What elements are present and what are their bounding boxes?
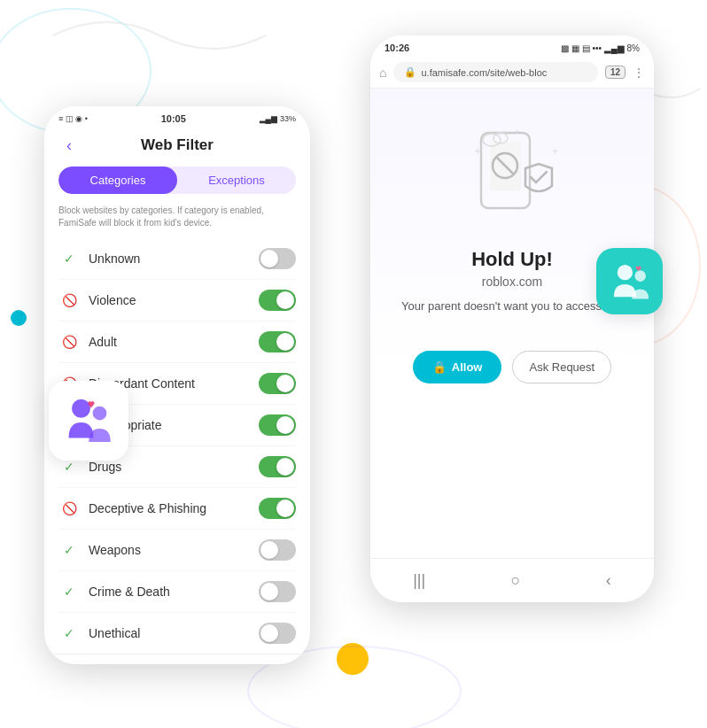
right-bottom-nav: ||| ○ ‹ (370, 558, 654, 602)
icon-adult: 🚫 (58, 331, 80, 352)
toggle-discordant[interactable] (259, 373, 296, 394)
toggle-knob-discordant (276, 375, 294, 392)
icon-violence: 🚫 (58, 290, 80, 311)
toggle-adult[interactable] (259, 331, 296, 352)
svg-point-12 (72, 399, 90, 418)
toggle-weapons[interactable] (259, 539, 296, 561)
label-unknown: Unknown (89, 252, 259, 266)
label-violence: Violence (89, 293, 259, 307)
filter-item-phishing: 🚫 Deceptive & Phishing (58, 488, 296, 530)
left-status-left-icons: ≡ ◫ ◉ • (58, 114, 88, 123)
avatar-card-right (596, 248, 663, 314)
toggle-knob-unknown (260, 250, 278, 267)
left-status-icons: ≡ ◫ ◉ • (58, 114, 88, 123)
browser-menu-btn[interactable]: ⋮ (633, 66, 645, 80)
filter-item-adult: 🚫 Adult (58, 321, 296, 363)
toggle-unknown[interactable] (259, 248, 296, 269)
toggle-crime[interactable] (259, 581, 296, 602)
filter-item-weapons: ✓ Weapons (58, 530, 296, 571)
toggle-knob-adult (276, 333, 294, 351)
toggle-knob-phishing (276, 500, 294, 517)
ask-request-button[interactable]: Ask Request (512, 351, 611, 383)
left-signal: ▂▄▆ (260, 114, 277, 123)
left-status-right-icons: ▂▄▆ 33% (260, 114, 296, 123)
avatar-right-svg (607, 259, 656, 307)
filter-item-violence: 🚫 Violence (58, 280, 296, 321)
toggle-phishing[interactable] (259, 498, 296, 519)
url-text: u.famisafe.com/site/web-bloc (421, 67, 547, 78)
left-battery: 33% (280, 114, 296, 123)
lock-icon: 🔒 (404, 66, 416, 78)
right-status-left: ▩ ▦ ▤ ••• (561, 43, 602, 53)
filter-item-unknown: ✓ Unknown (58, 238, 296, 280)
block-illustration: + + + (454, 115, 570, 230)
right-status-bar: 10:26 ▩ ▦ ▤ ••• ▂▄▆ 8% (370, 35, 654, 57)
svg-point-14 (618, 265, 633, 280)
icon-phishing: 🚫 (58, 498, 80, 519)
icon-unknown: ✓ (58, 248, 80, 269)
toggle-inappropriate[interactable] (259, 414, 296, 436)
toggle-unethical[interactable] (259, 623, 296, 644)
tab-categories[interactable]: Categories (58, 167, 177, 194)
filter-item-unethical: ✓ Unethical (58, 613, 296, 654)
label-drugs: Drugs (89, 460, 259, 474)
allow-button[interactable]: 🔒 Allow (413, 351, 502, 383)
right-status-icons: ▩ ▦ ▤ ••• ▂▄▆ 8% (561, 43, 640, 53)
toggle-knob-inappropriate (276, 416, 294, 434)
tab-bar: Categories Exceptions (58, 167, 296, 194)
toggle-knob-weapons (260, 541, 278, 559)
toggle-drugs[interactable] (259, 456, 296, 477)
toggle-violence[interactable] (259, 290, 296, 311)
right-nav-back[interactable]: ||| (413, 571, 425, 590)
svg-text:+: + (474, 143, 481, 158)
label-phishing: Deceptive & Phishing (89, 501, 259, 515)
toggle-knob-violence (276, 291, 294, 309)
filter-item-crime: ✓ Crime & Death (58, 571, 296, 613)
label-crime: Crime & Death (89, 585, 259, 599)
page-title: Web Filter (80, 136, 275, 154)
avatar-left-svg (59, 391, 121, 453)
dot-yellow (337, 643, 369, 675)
allow-label: Allow (452, 360, 483, 374)
right-phone: 10:26 ▩ ▦ ▤ ••• ▂▄▆ 8% ⌂ 🔒 u.famisafe.co… (370, 35, 654, 602)
label-unethical: Unethical (89, 626, 259, 640)
lock-allow-icon: 🔒 (432, 360, 447, 374)
right-nav-recent[interactable]: ‹ (606, 571, 611, 590)
svg-point-13 (93, 407, 107, 421)
block-svg: + + + (454, 115, 570, 230)
left-status-bar: ≡ ◫ ◉ • 10:05 ▂▄▆ 33% (44, 106, 310, 128)
subtitle-text: Block websites by categories. If categor… (44, 205, 310, 238)
toggle-knob-crime (260, 583, 278, 600)
block-site: roblox.com (482, 275, 542, 289)
right-time: 10:26 (385, 43, 409, 53)
url-bar[interactable]: 🔒 u.famisafe.com/site/web-bloc (393, 62, 597, 82)
icon-weapons: ✓ (58, 539, 80, 561)
icon-crime: ✓ (58, 581, 80, 602)
svg-text:+: + (515, 127, 520, 136)
left-header: ‹ Web Filter (44, 128, 310, 167)
dot-cyan (11, 310, 27, 326)
label-weapons: Weapons (89, 543, 259, 557)
icon-unethical: ✓ (58, 623, 80, 644)
right-battery: 8% (627, 43, 640, 53)
right-signal: ▂▄▆ (604, 43, 625, 53)
browser-bar: ⌂ 🔒 u.famisafe.com/site/web-bloc 12 ⋮ (370, 57, 654, 89)
block-buttons: 🔒 Allow Ask Request (413, 351, 611, 383)
tab-exceptions[interactable]: Exceptions (177, 167, 296, 194)
browser-home-btn[interactable]: ⌂ (379, 66, 386, 80)
back-button[interactable]: ‹ (58, 135, 80, 156)
block-description: Your parent doesn't want you to access t… (401, 298, 623, 315)
toggle-knob-unethical (260, 624, 278, 642)
svg-point-15 (634, 270, 646, 282)
left-time: 10:05 (161, 113, 186, 124)
block-content: + + + Hold Up! roblox.com Your parent do… (370, 89, 654, 558)
svg-text:+: + (552, 145, 558, 158)
tab-count[interactable]: 12 (605, 66, 625, 79)
toggle-knob-drugs (276, 458, 294, 476)
avatar-card-left (49, 381, 128, 461)
label-adult: Adult (89, 335, 259, 349)
block-title: Hold Up! (471, 248, 553, 271)
right-nav-home[interactable]: ○ (511, 571, 521, 590)
left-bottom-nav: ⇥ ⬜ ← (44, 654, 310, 664)
